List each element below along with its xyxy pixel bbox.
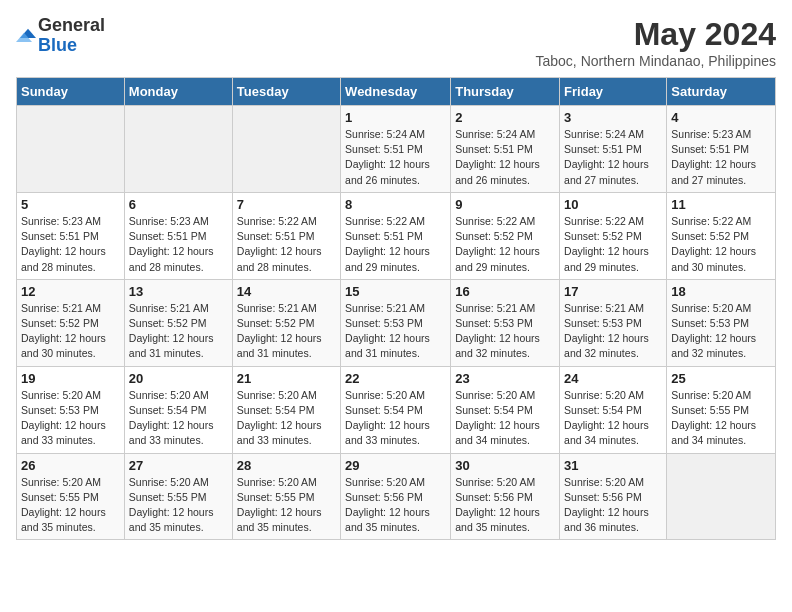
day-number: 30 bbox=[455, 458, 555, 473]
day-info: Sunrise: 5:20 AM Sunset: 5:55 PM Dayligh… bbox=[237, 475, 336, 536]
day-number: 27 bbox=[129, 458, 228, 473]
calendar-cell: 2Sunrise: 5:24 AM Sunset: 5:51 PM Daylig… bbox=[451, 106, 560, 193]
day-number: 11 bbox=[671, 197, 771, 212]
day-number: 12 bbox=[21, 284, 120, 299]
calendar-cell: 4Sunrise: 5:23 AM Sunset: 5:51 PM Daylig… bbox=[667, 106, 776, 193]
day-number: 25 bbox=[671, 371, 771, 386]
calendar-cell bbox=[124, 106, 232, 193]
day-number: 16 bbox=[455, 284, 555, 299]
day-number: 17 bbox=[564, 284, 662, 299]
day-number: 4 bbox=[671, 110, 771, 125]
day-info: Sunrise: 5:22 AM Sunset: 5:52 PM Dayligh… bbox=[455, 214, 555, 275]
calendar-cell bbox=[667, 453, 776, 540]
day-number: 3 bbox=[564, 110, 662, 125]
calendar-cell: 24Sunrise: 5:20 AM Sunset: 5:54 PM Dayli… bbox=[560, 366, 667, 453]
calendar-cell: 1Sunrise: 5:24 AM Sunset: 5:51 PM Daylig… bbox=[341, 106, 451, 193]
day-info: Sunrise: 5:20 AM Sunset: 5:56 PM Dayligh… bbox=[345, 475, 446, 536]
calendar-week-4: 19Sunrise: 5:20 AM Sunset: 5:53 PM Dayli… bbox=[17, 366, 776, 453]
day-number: 29 bbox=[345, 458, 446, 473]
day-info: Sunrise: 5:20 AM Sunset: 5:54 PM Dayligh… bbox=[237, 388, 336, 449]
day-number: 18 bbox=[671, 284, 771, 299]
day-number: 20 bbox=[129, 371, 228, 386]
day-info: Sunrise: 5:20 AM Sunset: 5:55 PM Dayligh… bbox=[129, 475, 228, 536]
day-info: Sunrise: 5:20 AM Sunset: 5:54 PM Dayligh… bbox=[345, 388, 446, 449]
day-info: Sunrise: 5:20 AM Sunset: 5:55 PM Dayligh… bbox=[671, 388, 771, 449]
day-info: Sunrise: 5:20 AM Sunset: 5:54 PM Dayligh… bbox=[455, 388, 555, 449]
location: Taboc, Northern Mindanao, Philippines bbox=[536, 53, 776, 69]
calendar-cell: 15Sunrise: 5:21 AM Sunset: 5:53 PM Dayli… bbox=[341, 279, 451, 366]
day-info: Sunrise: 5:22 AM Sunset: 5:52 PM Dayligh… bbox=[564, 214, 662, 275]
day-number: 28 bbox=[237, 458, 336, 473]
calendar-cell: 23Sunrise: 5:20 AM Sunset: 5:54 PM Dayli… bbox=[451, 366, 560, 453]
calendar-cell: 9Sunrise: 5:22 AM Sunset: 5:52 PM Daylig… bbox=[451, 192, 560, 279]
logo: General Blue bbox=[16, 16, 105, 56]
day-info: Sunrise: 5:21 AM Sunset: 5:53 PM Dayligh… bbox=[455, 301, 555, 362]
calendar-cell: 13Sunrise: 5:21 AM Sunset: 5:52 PM Dayli… bbox=[124, 279, 232, 366]
day-info: Sunrise: 5:23 AM Sunset: 5:51 PM Dayligh… bbox=[671, 127, 771, 188]
day-number: 6 bbox=[129, 197, 228, 212]
logo-text: General Blue bbox=[38, 16, 105, 56]
calendar-week-5: 26Sunrise: 5:20 AM Sunset: 5:55 PM Dayli… bbox=[17, 453, 776, 540]
logo-icon bbox=[16, 26, 36, 46]
day-number: 5 bbox=[21, 197, 120, 212]
calendar-cell: 31Sunrise: 5:20 AM Sunset: 5:56 PM Dayli… bbox=[560, 453, 667, 540]
calendar-week-2: 5Sunrise: 5:23 AM Sunset: 5:51 PM Daylig… bbox=[17, 192, 776, 279]
day-number: 19 bbox=[21, 371, 120, 386]
day-info: Sunrise: 5:24 AM Sunset: 5:51 PM Dayligh… bbox=[455, 127, 555, 188]
day-info: Sunrise: 5:21 AM Sunset: 5:52 PM Dayligh… bbox=[237, 301, 336, 362]
title-block: May 2024 Taboc, Northern Mindanao, Phili… bbox=[536, 16, 776, 69]
day-number: 24 bbox=[564, 371, 662, 386]
weekday-header-sunday: Sunday bbox=[17, 78, 125, 106]
calendar-table: SundayMondayTuesdayWednesdayThursdayFrid… bbox=[16, 77, 776, 540]
day-info: Sunrise: 5:23 AM Sunset: 5:51 PM Dayligh… bbox=[21, 214, 120, 275]
calendar-cell: 20Sunrise: 5:20 AM Sunset: 5:54 PM Dayli… bbox=[124, 366, 232, 453]
day-number: 26 bbox=[21, 458, 120, 473]
calendar-cell: 17Sunrise: 5:21 AM Sunset: 5:53 PM Dayli… bbox=[560, 279, 667, 366]
calendar-cell: 3Sunrise: 5:24 AM Sunset: 5:51 PM Daylig… bbox=[560, 106, 667, 193]
calendar-cell: 28Sunrise: 5:20 AM Sunset: 5:55 PM Dayli… bbox=[232, 453, 340, 540]
logo-general-text: General bbox=[38, 16, 105, 36]
weekday-header-row: SundayMondayTuesdayWednesdayThursdayFrid… bbox=[17, 78, 776, 106]
weekday-header-thursday: Thursday bbox=[451, 78, 560, 106]
day-number: 9 bbox=[455, 197, 555, 212]
day-info: Sunrise: 5:22 AM Sunset: 5:52 PM Dayligh… bbox=[671, 214, 771, 275]
day-number: 1 bbox=[345, 110, 446, 125]
day-info: Sunrise: 5:20 AM Sunset: 5:53 PM Dayligh… bbox=[21, 388, 120, 449]
calendar-cell: 16Sunrise: 5:21 AM Sunset: 5:53 PM Dayli… bbox=[451, 279, 560, 366]
calendar-cell: 26Sunrise: 5:20 AM Sunset: 5:55 PM Dayli… bbox=[17, 453, 125, 540]
day-number: 22 bbox=[345, 371, 446, 386]
calendar-cell: 30Sunrise: 5:20 AM Sunset: 5:56 PM Dayli… bbox=[451, 453, 560, 540]
day-number: 14 bbox=[237, 284, 336, 299]
day-info: Sunrise: 5:24 AM Sunset: 5:51 PM Dayligh… bbox=[564, 127, 662, 188]
day-number: 8 bbox=[345, 197, 446, 212]
calendar-cell: 12Sunrise: 5:21 AM Sunset: 5:52 PM Dayli… bbox=[17, 279, 125, 366]
day-info: Sunrise: 5:21 AM Sunset: 5:53 PM Dayligh… bbox=[564, 301, 662, 362]
day-number: 10 bbox=[564, 197, 662, 212]
month-title: May 2024 bbox=[536, 16, 776, 53]
calendar-cell: 18Sunrise: 5:20 AM Sunset: 5:53 PM Dayli… bbox=[667, 279, 776, 366]
day-number: 2 bbox=[455, 110, 555, 125]
day-info: Sunrise: 5:21 AM Sunset: 5:52 PM Dayligh… bbox=[21, 301, 120, 362]
day-number: 15 bbox=[345, 284, 446, 299]
day-info: Sunrise: 5:21 AM Sunset: 5:53 PM Dayligh… bbox=[345, 301, 446, 362]
calendar-cell bbox=[232, 106, 340, 193]
calendar-cell: 29Sunrise: 5:20 AM Sunset: 5:56 PM Dayli… bbox=[341, 453, 451, 540]
day-info: Sunrise: 5:20 AM Sunset: 5:55 PM Dayligh… bbox=[21, 475, 120, 536]
calendar-cell: 14Sunrise: 5:21 AM Sunset: 5:52 PM Dayli… bbox=[232, 279, 340, 366]
calendar-cell: 8Sunrise: 5:22 AM Sunset: 5:51 PM Daylig… bbox=[341, 192, 451, 279]
day-info: Sunrise: 5:23 AM Sunset: 5:51 PM Dayligh… bbox=[129, 214, 228, 275]
calendar-cell: 7Sunrise: 5:22 AM Sunset: 5:51 PM Daylig… bbox=[232, 192, 340, 279]
calendar-cell: 19Sunrise: 5:20 AM Sunset: 5:53 PM Dayli… bbox=[17, 366, 125, 453]
day-info: Sunrise: 5:24 AM Sunset: 5:51 PM Dayligh… bbox=[345, 127, 446, 188]
day-number: 23 bbox=[455, 371, 555, 386]
day-number: 13 bbox=[129, 284, 228, 299]
day-number: 7 bbox=[237, 197, 336, 212]
day-number: 21 bbox=[237, 371, 336, 386]
calendar-week-3: 12Sunrise: 5:21 AM Sunset: 5:52 PM Dayli… bbox=[17, 279, 776, 366]
calendar-cell: 27Sunrise: 5:20 AM Sunset: 5:55 PM Dayli… bbox=[124, 453, 232, 540]
calendar-cell: 25Sunrise: 5:20 AM Sunset: 5:55 PM Dayli… bbox=[667, 366, 776, 453]
calendar-cell: 21Sunrise: 5:20 AM Sunset: 5:54 PM Dayli… bbox=[232, 366, 340, 453]
weekday-header-friday: Friday bbox=[560, 78, 667, 106]
day-info: Sunrise: 5:22 AM Sunset: 5:51 PM Dayligh… bbox=[345, 214, 446, 275]
page-header: General Blue May 2024 Taboc, Northern Mi… bbox=[16, 16, 776, 69]
